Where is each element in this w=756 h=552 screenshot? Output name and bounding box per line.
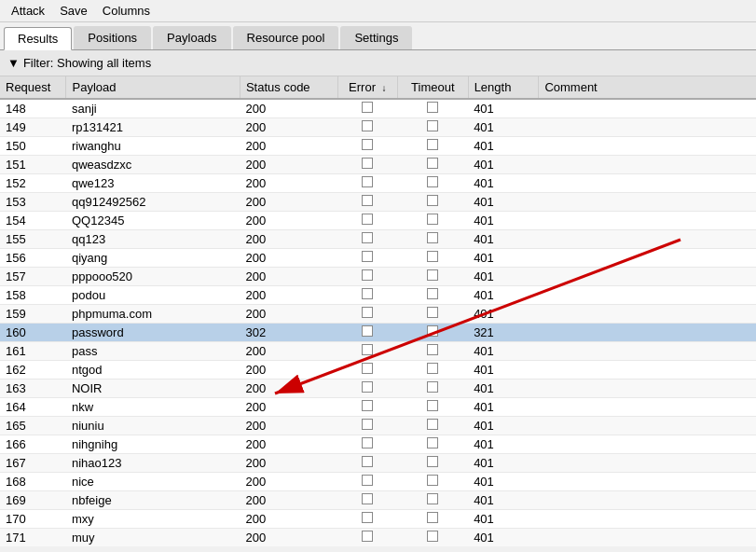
cell-error: [337, 454, 397, 473]
cell-length: 401: [468, 156, 539, 174]
cell-status: 200: [240, 212, 337, 230]
cell-request: 170: [0, 510, 66, 529]
cell-request: 168: [0, 473, 66, 491]
cell-timeout: [397, 491, 468, 510]
cell-error: [337, 137, 397, 156]
table-row[interactable]: 163NOIR200401: [0, 380, 756, 398]
table-row[interactable]: 170mxy200401: [0, 510, 756, 529]
cell-status: 200: [240, 156, 337, 174]
table-row[interactable]: 150riwanghu200401: [0, 137, 756, 156]
table-row[interactable]: 154QQ12345200401: [0, 212, 756, 230]
cell-timeout: [397, 212, 468, 230]
results-table: RequestPayloadStatus codeError ↓TimeoutL…: [0, 76, 756, 546]
cell-request: 166: [0, 435, 66, 454]
cell-timeout: [397, 249, 468, 268]
menu-item-attack[interactable]: Attack: [4, 2, 52, 20]
table-row[interactable]: 156qiyang200401: [0, 249, 756, 268]
cell-timeout: [397, 193, 468, 212]
table-row[interactable]: 171muy200401: [0, 529, 756, 547]
cell-comment: [539, 435, 756, 454]
cell-comment: [539, 417, 756, 435]
cell-error: [337, 174, 397, 193]
cell-status: 200: [240, 249, 337, 268]
table-row[interactable]: 157pppooo520200401: [0, 268, 756, 286]
table-row[interactable]: 162ntgod200401: [0, 361, 756, 380]
cell-length: 321: [468, 324, 539, 342]
cell-payload: nice: [66, 473, 240, 491]
cell-length: 401: [468, 118, 539, 137]
cell-timeout: [397, 510, 468, 529]
cell-payload: mxy: [66, 510, 240, 529]
table-row[interactable]: 148sanji200401: [0, 99, 756, 118]
cell-request: 169: [0, 491, 66, 510]
cell-request: 152: [0, 174, 66, 193]
table-row[interactable]: 165niuniu200401: [0, 417, 756, 435]
cell-timeout: [397, 435, 468, 454]
cell-timeout: [397, 473, 468, 491]
cell-error: [337, 249, 397, 268]
cell-request: 161: [0, 342, 66, 361]
cell-timeout: [397, 99, 468, 118]
cell-payload: niuniu: [66, 417, 240, 435]
cell-length: 401: [468, 193, 539, 212]
table-row[interactable]: 152qwe123200401: [0, 174, 756, 193]
menu-item-save[interactable]: Save: [52, 2, 95, 20]
table-row[interactable]: 158podou200401: [0, 286, 756, 305]
cell-comment: [539, 137, 756, 156]
table-row[interactable]: 164nkw200401: [0, 398, 756, 417]
table-row[interactable]: 161pass200401: [0, 342, 756, 361]
table-row[interactable]: 153qq912492562200401: [0, 193, 756, 212]
menu-bar: AttackSaveColumns: [0, 0, 756, 22]
cell-request: 160: [0, 324, 66, 342]
menu-item-columns[interactable]: Columns: [95, 2, 158, 20]
cell-length: 401: [468, 137, 539, 156]
table-row[interactable]: 169nbfeige200401: [0, 491, 756, 510]
cell-length: 401: [468, 454, 539, 473]
cell-length: 401: [468, 305, 539, 324]
cell-request: 158: [0, 286, 66, 305]
cell-comment: [539, 174, 756, 193]
cell-request: 151: [0, 156, 66, 174]
cell-payload: qwe123: [66, 174, 240, 193]
col-header-error[interactable]: Error ↓: [337, 76, 397, 99]
table-row[interactable]: 168nice200401: [0, 473, 756, 491]
tab-resource-pool[interactable]: Resource pool: [233, 26, 339, 49]
table-row[interactable]: 151qweasdzxc200401: [0, 156, 756, 174]
cell-status: 200: [240, 454, 337, 473]
cell-error: [337, 193, 397, 212]
table-row[interactable]: 166nihgnihg200401: [0, 435, 756, 454]
cell-request: 153: [0, 193, 66, 212]
cell-comment: [539, 510, 756, 529]
cell-length: 401: [468, 212, 539, 230]
col-header-request[interactable]: Request: [0, 76, 66, 99]
table-row[interactable]: 167nihao123200401: [0, 454, 756, 473]
cell-request: 163: [0, 380, 66, 398]
cell-status: 200: [240, 99, 337, 118]
table-row[interactable]: 155qq123200401: [0, 230, 756, 249]
cell-comment: [539, 230, 756, 249]
cell-payload: phpmuma.com: [66, 305, 240, 324]
cell-payload: rp131421: [66, 118, 240, 137]
table-row[interactable]: 160password302321: [0, 324, 756, 342]
tab-settings[interactable]: Settings: [340, 26, 412, 49]
tab-positions[interactable]: Positions: [74, 26, 151, 49]
cell-payload: pppooo520: [66, 268, 240, 286]
tab-results[interactable]: Results: [4, 27, 72, 50]
col-header-comment[interactable]: Comment: [539, 76, 756, 99]
table-row[interactable]: 159phpmuma.com200401: [0, 305, 756, 324]
table-container[interactable]: RequestPayloadStatus codeError ↓TimeoutL…: [0, 76, 756, 546]
col-header-status[interactable]: Status code: [240, 76, 337, 99]
col-header-length[interactable]: Length: [468, 76, 539, 99]
cell-timeout: [397, 174, 468, 193]
cell-length: 401: [468, 249, 539, 268]
cell-error: [337, 324, 397, 342]
col-header-payload[interactable]: Payload: [66, 76, 240, 99]
table-wrapper: RequestPayloadStatus codeError ↓TimeoutL…: [0, 76, 756, 546]
cell-timeout: [397, 529, 468, 547]
cell-request: 150: [0, 137, 66, 156]
tab-payloads[interactable]: Payloads: [153, 26, 230, 49]
cell-length: 401: [468, 174, 539, 193]
col-header-timeout[interactable]: Timeout: [397, 76, 468, 99]
table-row[interactable]: 149rp131421200401: [0, 118, 756, 137]
cell-request: 148: [0, 99, 66, 118]
